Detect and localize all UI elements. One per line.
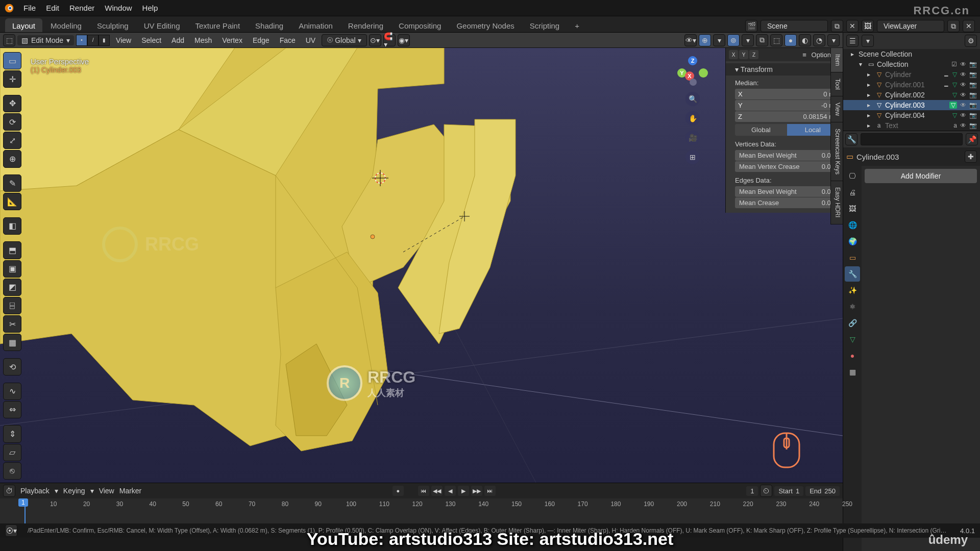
play-reverse-icon[interactable]: ◀ xyxy=(445,486,456,496)
mean-bevel-weight-field[interactable]: Mean Bevel Weight0.00 xyxy=(735,150,839,161)
prop-tab-render[interactable]: 🖵 xyxy=(845,168,860,184)
axis-z-neg[interactable] xyxy=(690,79,697,86)
n-panel-lock-z[interactable]: Z xyxy=(749,50,758,59)
autokey-icon[interactable]: ● xyxy=(393,486,404,496)
camera-view-icon[interactable]: 🎥 xyxy=(685,131,700,145)
overlay-toggle-icon[interactable]: ⊚ xyxy=(727,34,740,46)
axis-gizmo[interactable]: Z Y X xyxy=(677,56,708,87)
prop-tab-scene[interactable]: 🌐 xyxy=(845,217,860,233)
perspective-toggle-icon[interactable]: ⊞ xyxy=(685,150,700,164)
select-mode-vertex[interactable]: • xyxy=(76,35,87,46)
transform-section-title[interactable]: ▾ Transform xyxy=(726,63,843,76)
median-z-field[interactable]: Z0.08154 m xyxy=(735,111,839,122)
tool-spin[interactable]: ⟲ xyxy=(3,358,21,375)
scene-input[interactable] xyxy=(766,21,822,31)
menu-window[interactable]: Window xyxy=(100,4,137,12)
viewlayer-new-icon[interactable]: ⧉ xyxy=(947,20,960,32)
timeline-menu-marker[interactable]: Marker xyxy=(119,487,142,495)
tree-scene-collection[interactable]: ▸ Scene Collection xyxy=(843,49,980,59)
tool-edge-slide[interactable]: ⇔ xyxy=(3,401,21,418)
prop-tab-texture[interactable]: ▦ xyxy=(845,364,860,380)
gizmo-toggle-icon[interactable]: ⊕ xyxy=(699,34,711,46)
tab-add[interactable]: + xyxy=(568,18,586,32)
menu-edit[interactable]: Edit xyxy=(41,4,64,12)
scene-new-icon[interactable]: ⧉ xyxy=(831,20,843,32)
outliner-search[interactable] xyxy=(877,36,921,46)
status-left-icon[interactable]: ⦿▾ xyxy=(5,524,17,537)
tree-item-text[interactable]: ▸a Text a👁📷 xyxy=(843,120,980,131)
tab-modeling[interactable]: Modeling xyxy=(43,18,89,32)
tree-item-cylinder[interactable]: ▸▽ Cylinder 🗕▽👁📷 xyxy=(843,69,980,80)
axis-z[interactable]: Z xyxy=(688,56,697,65)
mean-bevel-weight2-field[interactable]: Mean Bevel Weight0.00 xyxy=(735,186,839,197)
tab-compositing[interactable]: Compositing xyxy=(391,18,448,32)
viewport-3d[interactable]: User Perspective (1) Cylinder.003 RRCG xyxy=(0,48,843,483)
viewlayer-input[interactable] xyxy=(883,21,939,31)
mean-crease-field[interactable]: Mean Crease0.00 xyxy=(735,197,839,208)
properties-search[interactable] xyxy=(861,133,963,145)
tool-move[interactable]: ✥ xyxy=(3,95,21,112)
orientation-selector[interactable]: ⦾ Global ▾ xyxy=(322,34,366,46)
clock-icon[interactable]: ⏲ xyxy=(760,485,772,497)
tool-transform[interactable]: ⊕ xyxy=(3,150,21,167)
tree-item-cylinder-002[interactable]: ▸▽ Cylinder.002 ▽👁📷 xyxy=(843,90,980,100)
n-tab-item[interactable]: Item xyxy=(830,48,843,72)
median-y-field[interactable]: Y-0 m xyxy=(735,100,839,111)
frame-end[interactable]: End250 xyxy=(805,486,840,496)
outliner-filter-icon[interactable]: ⚙ xyxy=(965,35,977,47)
menu-help[interactable]: Help xyxy=(137,4,163,12)
prop-tab-viewlayer[interactable]: 🖼 xyxy=(845,201,860,216)
n-tab-easyhdri[interactable]: Easy HDRI xyxy=(830,181,843,224)
prev-key-icon[interactable]: ◀◀ xyxy=(431,486,443,496)
frame-current[interactable]: 1 xyxy=(746,486,758,496)
scene-delete-icon[interactable]: ✕ xyxy=(846,20,859,32)
menu-render[interactable]: Render xyxy=(64,4,100,12)
outliner-type-icon[interactable]: ☰ xyxy=(846,35,859,47)
tab-shading[interactable]: Shading xyxy=(248,18,290,32)
space-toggle[interactable]: Global Local xyxy=(735,124,839,136)
viewmenu-add[interactable]: Add xyxy=(167,36,188,44)
prop-tab-output[interactable]: 🖨 xyxy=(845,185,860,200)
frame-start[interactable]: Start1 xyxy=(774,486,803,496)
tab-uv-editing[interactable]: UV Editing xyxy=(137,18,187,32)
tool-add-cube[interactable]: ◧ xyxy=(3,217,21,235)
tool-shrink-fatten[interactable]: ⇕ xyxy=(3,425,21,442)
tool-cursor[interactable]: ✛ xyxy=(3,70,21,88)
tab-animation[interactable]: Animation xyxy=(291,18,340,32)
tab-layout[interactable]: Layout xyxy=(5,18,42,32)
prop-tab-particles[interactable]: ✨ xyxy=(845,283,860,298)
median-x-field[interactable]: X0 m xyxy=(735,89,839,99)
n-panel-misc-icon[interactable]: ≡ xyxy=(802,51,806,59)
prop-tab-constraints[interactable]: 🔗 xyxy=(845,315,860,331)
viewmenu-select[interactable]: Select xyxy=(137,36,165,44)
tab-rendering[interactable]: Rendering xyxy=(341,18,390,32)
jump-start-icon[interactable]: ⏮ xyxy=(418,486,429,496)
tree-collection[interactable]: ▾ ▭ Collection ☑👁📷 xyxy=(843,59,980,69)
tool-loopcut[interactable]: ⌸ xyxy=(3,297,21,314)
viewmenu-mesh[interactable]: Mesh xyxy=(190,36,216,44)
prop-tab-object[interactable]: ▭ xyxy=(845,250,860,265)
timeline-menu-keying[interactable]: Keying xyxy=(63,487,85,495)
viewmenu-uv[interactable]: UV xyxy=(302,36,320,44)
tool-measure[interactable]: 📐 xyxy=(3,193,21,210)
properties-pin-icon[interactable]: 📌 xyxy=(966,133,978,145)
tab-scripting[interactable]: Scripting xyxy=(523,18,567,32)
add-modifier-button[interactable]: Add Modifier xyxy=(865,169,977,183)
tool-rip[interactable]: ⎋ xyxy=(3,462,21,480)
axis-y-neg[interactable] xyxy=(699,68,708,78)
tool-extrude[interactable]: ⬒ xyxy=(3,241,21,259)
mean-vertex-crease-field[interactable]: Mean Vertex Crease0.00 xyxy=(735,161,839,172)
snap-icon[interactable]: 🧲▾ xyxy=(383,34,396,46)
viewmenu-face[interactable]: Face xyxy=(276,36,300,44)
mode-selector[interactable]: ▧ Edit Mode ▾ xyxy=(17,35,74,45)
shading-dropdown-icon[interactable]: ▾ xyxy=(827,34,840,46)
prop-tab-material[interactable]: ● xyxy=(845,348,860,363)
timeline-type-icon[interactable]: ⏱ xyxy=(3,485,15,497)
editor-type-icon[interactable]: ⬚ xyxy=(3,34,15,46)
n-panel-lock-x[interactable]: X xyxy=(729,50,738,59)
tab-geometry-nodes[interactable]: Geometry Nodes xyxy=(449,18,521,32)
tool-select-box[interactable]: ▭ xyxy=(3,52,21,69)
tool-bevel[interactable]: ◩ xyxy=(3,279,21,296)
menu-file[interactable]: File xyxy=(18,4,41,12)
timeline-menu-view[interactable]: View xyxy=(99,487,114,495)
